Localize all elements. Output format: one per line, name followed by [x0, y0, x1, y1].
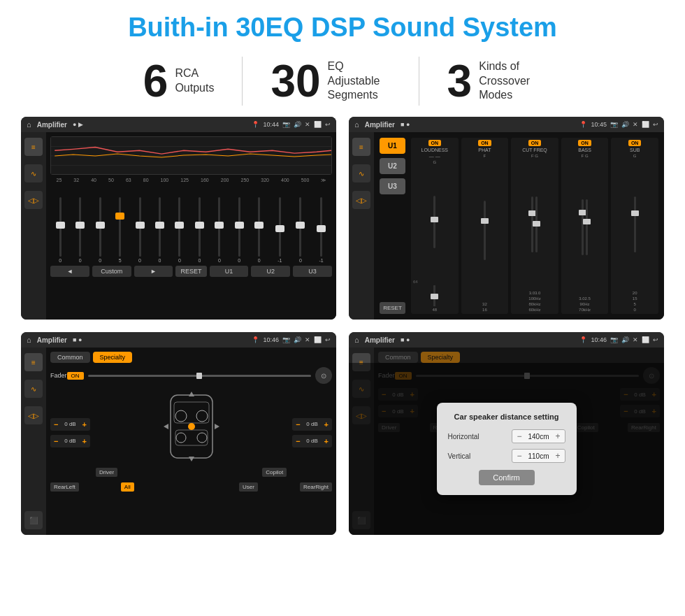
vol-bl-minus[interactable]: −: [54, 437, 58, 445]
vol-tl-minus[interactable]: −: [54, 420, 58, 429]
home-icon-2[interactable]: ⌂: [354, 120, 359, 129]
vol-tl-plus[interactable]: +: [82, 420, 86, 429]
close-icon-4[interactable]: ✕: [633, 336, 638, 343]
ch-phat-on[interactable]: ON: [478, 140, 491, 146]
eq-slider-11[interactable]: -1: [277, 197, 282, 263]
vol-bl-plus[interactable]: +: [82, 437, 86, 445]
close-icon-3[interactable]: ✕: [305, 336, 310, 343]
cutfreq-slider2[interactable]: [535, 196, 538, 252]
eq-slider-2[interactable]: 0: [99, 197, 101, 263]
fader-tab-common[interactable]: Common: [50, 352, 90, 363]
vol-br-minus[interactable]: −: [296, 437, 300, 445]
eq-slider-0[interactable]: 0: [59, 197, 62, 263]
eq-u2-btn[interactable]: U2: [251, 266, 290, 277]
ch-cutfreq-sliders: [531, 159, 538, 289]
ch-cutfreq-on[interactable]: ON: [528, 140, 542, 146]
eq-slider-12[interactable]: 0: [299, 197, 302, 263]
home-icon-3[interactable]: ⌂: [27, 336, 31, 344]
ch-sub-on[interactable]: ON: [628, 140, 642, 146]
eq-slider-4[interactable]: 0: [138, 197, 141, 263]
dialog-vertical-minus[interactable]: −: [515, 451, 523, 461]
sub-slider[interactable]: [634, 196, 636, 252]
driver-btn[interactable]: Driver: [96, 468, 117, 477]
window-icon-3[interactable]: ⬜: [314, 336, 322, 343]
topbar-dots-3: ■ ●: [73, 336, 82, 343]
window-icon-2[interactable]: ⬜: [642, 121, 649, 128]
phat-slider[interactable]: [484, 201, 486, 260]
vol-br-plus[interactable]: +: [324, 437, 329, 445]
sidebar-wave-btn-2[interactable]: ∿: [352, 164, 370, 182]
ch-loudness-label: LOUDNESS: [421, 148, 449, 152]
confirm-button[interactable]: Confirm: [479, 470, 535, 485]
home-icon[interactable]: ⌂: [27, 120, 31, 129]
dialog-horizontal-minus[interactable]: −: [515, 431, 523, 441]
fader-on-btn[interactable]: ON: [67, 372, 84, 380]
dialog-horizontal-row: Horizontal − 140cm +: [448, 429, 565, 443]
window-icon-4[interactable]: ⬜: [642, 336, 649, 343]
fader-main: Common Specialty Fader ON ⊙: [46, 348, 336, 535]
home-icon-4[interactable]: ⌂: [354, 336, 359, 344]
window-icon[interactable]: ⬜: [314, 121, 322, 128]
sidebar-expand-btn-3[interactable]: ⬛: [24, 511, 43, 529]
volume-icon-3: 🔊: [294, 336, 301, 343]
u3-btn[interactable]: U3: [380, 178, 405, 194]
eq-reset-btn[interactable]: RESET: [175, 266, 206, 277]
u1-btn[interactable]: U1: [380, 138, 405, 154]
svg-point-6: [175, 410, 187, 422]
eq-next-btn[interactable]: ►: [134, 266, 173, 277]
dialog-horizontal-plus[interactable]: +: [554, 431, 561, 441]
sidebar-speaker-btn[interactable]: ◁▷: [24, 191, 43, 209]
sidebar-eq-btn-3[interactable]: ≡: [24, 353, 43, 371]
ch-phat-sliders: [484, 159, 486, 301]
sidebar-speaker-btn-3[interactable]: ◁▷: [24, 406, 43, 424]
eq-slider-3[interactable]: 5: [119, 197, 122, 263]
back-icon-4[interactable]: ↩: [653, 336, 658, 343]
eq-slider-13[interactable]: -1: [319, 197, 323, 263]
sidebar-speaker-btn-2[interactable]: ◁▷: [352, 191, 370, 209]
u2-btn[interactable]: U2: [380, 158, 405, 174]
amp-reset-btn[interactable]: RESET: [380, 302, 405, 314]
fader-slider[interactable]: [88, 375, 311, 377]
eq-u3-btn[interactable]: U3: [293, 266, 332, 277]
bass-slider2[interactable]: [586, 199, 588, 255]
back-icon-2[interactable]: ↩: [653, 121, 658, 128]
ch-bass-on[interactable]: ON: [578, 140, 591, 146]
page-title: Buith-in 30EQ DSP Sound System: [0, 0, 685, 50]
close-icon[interactable]: ✕: [305, 121, 310, 128]
rearleft-btn[interactable]: RearLeft: [50, 482, 79, 492]
sidebar-eq-btn-2[interactable]: ≡: [352, 138, 370, 156]
eq-prev-btn[interactable]: ◄: [50, 266, 89, 277]
fader-knob[interactable]: ⊙: [315, 367, 332, 384]
sidebar-eq-btn[interactable]: ≡: [24, 138, 43, 156]
vol-tr-minus[interactable]: −: [296, 420, 300, 429]
eq-slider-9[interactable]: 0: [238, 197, 240, 263]
location-icon-3: 📍: [252, 336, 259, 343]
eq-slider-5[interactable]: 0: [159, 197, 161, 263]
eq-slider-10[interactable]: 0: [258, 197, 261, 263]
svg-rect-5: [174, 402, 209, 423]
sidebar-wave-btn-3[interactable]: ∿: [24, 380, 43, 398]
eq-slider-7[interactable]: 0: [198, 197, 201, 263]
back-icon[interactable]: ↩: [325, 121, 331, 128]
stat-number-crossover: 3: [447, 59, 473, 103]
all-btn[interactable]: All: [121, 482, 134, 492]
ch-loudness-on[interactable]: ON: [428, 140, 442, 146]
rearright-btn[interactable]: RearRight: [300, 482, 332, 492]
vol-tr-plus[interactable]: +: [324, 420, 329, 429]
fader-tab-specialty[interactable]: Specialty: [93, 352, 133, 363]
loudness-slider[interactable]: [433, 196, 435, 248]
eq-u1-btn[interactable]: U1: [210, 266, 249, 277]
eq-slider-8[interactable]: 0: [218, 197, 221, 263]
ch-loudness-nums: 64: [413, 280, 456, 284]
close-icon-2[interactable]: ✕: [633, 121, 638, 128]
copilot-btn[interactable]: Copilot: [262, 468, 287, 477]
camera-icon-4: 📷: [610, 336, 618, 343]
sidebar-wave-btn[interactable]: ∿: [24, 164, 43, 182]
eq-slider-6[interactable]: 0: [178, 197, 181, 263]
bass-slider1[interactable]: [582, 199, 584, 255]
back-icon-3[interactable]: ↩: [325, 336, 331, 343]
eq-slider-1[interactable]: 0: [79, 197, 82, 263]
ch-loudness-low-slider[interactable]: [433, 285, 435, 306]
user-btn[interactable]: User: [239, 482, 258, 492]
dialog-vertical-plus[interactable]: +: [554, 451, 561, 461]
